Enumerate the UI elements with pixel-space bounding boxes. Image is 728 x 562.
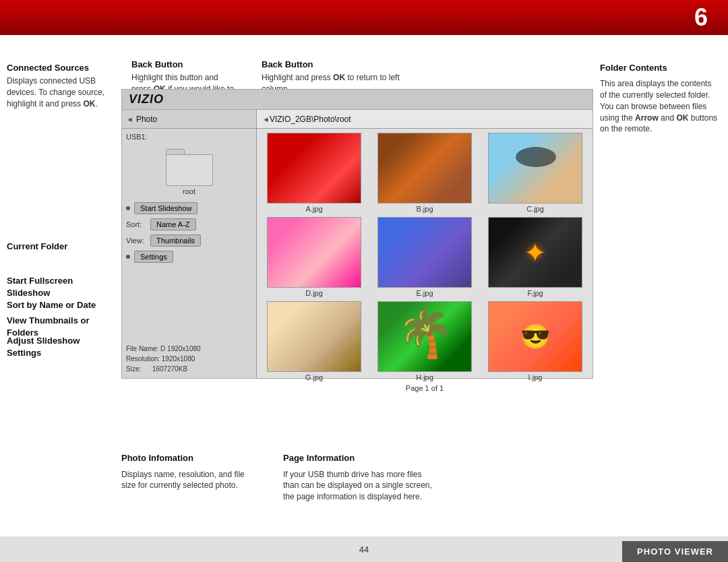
connected-sources-title: Connected Sources [7,62,111,74]
start-fullscreen-annotation: Start Fullscreen Slideshow [7,275,111,299]
photo-information-body: Displays name, resolution, and file size… [121,469,256,492]
photo-item[interactable]: B.jpg [371,133,478,213]
settings-button[interactable]: Settings [134,251,173,263]
vizio-header: VIZIO [122,90,593,110]
sort-row: Sort: Name A-Z [126,218,252,230]
start-fullscreen-title: Start Fullscreen Slideshow [7,275,111,299]
resolution: Resolution: 1920x1080 [126,354,252,364]
file-info: File Name: D 1920x1080 Resolution: 1920x… [126,344,252,374]
bottom-annotations: Photo Infomation Displays name, resoluti… [121,452,438,503]
view-value-button[interactable]: Thumbnails [150,235,201,247]
usb-label: USB1: [126,133,252,141]
left-panel: USB1: root Start Slideshow Sort: [122,129,257,378]
content-split: USB1: root Start Slideshow Sort: [122,129,593,378]
page-information-annotation: Page Information If your USB thumb drive… [283,452,438,503]
current-folder-left-annotation: Current Folder [7,241,108,253]
nav-left[interactable]: ◄ Photo [122,110,257,128]
photo-thumb-a [267,133,361,204]
main-content: Connected Sources Displays connected USB… [0,35,728,536]
nav-left-label: Photo [136,115,157,124]
current-folder-left-title: Current Folder [7,241,108,253]
folder-contents-body: This area displays the contents of the c… [600,78,718,135]
nav-path: VIZIO_2GB\Photo\root [270,115,351,124]
photo-item[interactable]: F.jpg [482,217,588,297]
file-size: Size: 1607270KB [126,364,252,374]
photo-thumb-g [267,301,361,372]
photo-information-title: Photo Infomation [121,452,256,464]
adjust-annotation: Adjust Slideshow Settings [7,335,111,359]
photo-label-i: I.jpg [528,373,543,381]
photo-label-d: D.jpg [305,289,323,297]
folder-contents-title: Folder Contents [600,62,718,74]
photo-item[interactable]: 😎 I.jpg [482,301,588,381]
photo-thumb-h [377,301,472,372]
photo-thumb-f [488,217,582,288]
nav-left-arrow: ◄ [126,115,133,123]
page-information-title: Page Information [283,452,438,464]
photo-item[interactable]: G.jpg [261,301,367,381]
photo-thumb-b [377,133,472,204]
file-name: File Name: D 1920x1080 [126,344,252,354]
top-bar: 6 [0,0,728,35]
photo-label-c: C.jpg [526,205,544,213]
start-slideshow-button[interactable]: Start Slideshow [134,202,198,214]
folder-body [166,154,213,186]
photo-label-f: F.jpg [527,289,543,297]
back-button-left-title: Back Button [131,59,239,71]
nav-bar: ◄ Photo ◄ VIZIO_2GB\Photo\root [122,110,593,129]
adjust-title: Adjust Slideshow Settings [7,335,111,359]
settings-bullet [126,255,130,259]
page-number-badge: 6 [694,3,708,32]
bottom-bar: 44 [0,536,728,562]
folder-icon-container[interactable]: root [126,149,252,195]
photo-label-a: A.jpg [305,205,322,213]
right-panel: A.jpg B.jpg C.jpg D.jpg [257,129,593,378]
photo-label-b: B.jpg [416,205,433,213]
folder-label: root [183,187,195,195]
photo-item[interactable]: A.jpg [261,133,367,213]
photo-item[interactable]: E.jpg [371,217,478,297]
page-number: 44 [359,544,369,555]
folder-contents-annotation: Folder Contents This area displays the c… [600,62,718,135]
view-row: View: Thumbnails [126,235,252,247]
ui-mockup: VIZIO ◄ Photo ◄ VIZIO_2GB\Photo\root USB… [121,89,593,379]
page-information-body: If your USB thumb drive has more files t… [283,469,438,503]
photo-item[interactable]: H.jpg [371,301,478,381]
connected-sources-body: Displays connected USB devices. To chang… [7,75,111,109]
photo-thumb-d [267,217,361,288]
photo-label-h: H.jpg [416,373,433,381]
photo-information-annotation: Photo Infomation Displays name, resoluti… [121,452,256,503]
back-button-right-title: Back Button [262,59,417,71]
photo-thumb-i: 😎 [488,301,582,372]
connected-sources-annotation: Connected Sources Displays connected USB… [7,62,111,110]
photo-thumb-e [377,217,472,288]
photo-thumb-c [488,133,582,204]
photo-grid: A.jpg B.jpg C.jpg D.jpg [261,133,588,381]
photo-label-g: G.jpg [305,373,323,381]
photo-item[interactable]: C.jpg [482,133,588,213]
folder-icon [166,149,213,186]
page-info: Page 1 of 1 [261,384,588,392]
sort-value-button[interactable]: Name A-Z [150,218,196,230]
photo-label-e: E.jpg [416,289,433,297]
photo-item[interactable]: D.jpg [261,217,367,297]
view-label: View: [126,237,148,245]
nav-right[interactable]: ◄ VIZIO_2GB\Photo\root [257,110,593,128]
sort-annotation: Sort by Name or Date [7,299,111,311]
nav-right-arrow: ◄ [262,115,270,123]
sort-label: Sort: [126,220,148,228]
vizio-logo: VIZIO [129,92,164,106]
sort-title: Sort by Name or Date [7,299,111,311]
slideshow-bullet [126,206,130,210]
photo-viewer-label: PHOTO VIEWER [622,541,728,562]
